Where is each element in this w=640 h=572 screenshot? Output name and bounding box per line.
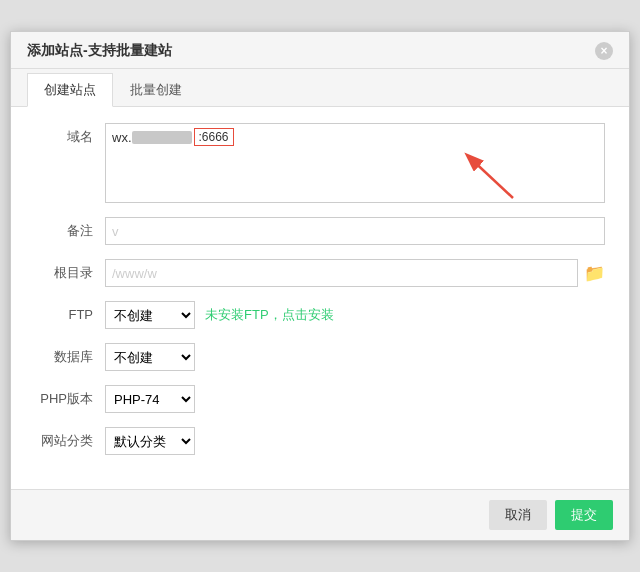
notes-input[interactable] [105,217,605,245]
database-control: 不创建 创建 [105,343,605,371]
notes-row: 备注 [35,217,605,245]
root-dir-input[interactable] [105,259,578,287]
svg-line-1 [468,156,513,198]
php-version-row: PHP版本 PHP-74 PHP-73 PHP-80 [35,385,605,413]
php-version-select[interactable]: PHP-74 PHP-73 PHP-80 [105,385,195,413]
submit-button[interactable]: 提交 [555,500,613,530]
tab-batch-create[interactable]: 批量创建 [113,73,199,107]
ftp-select[interactable]: 不创建 创建 [105,301,195,329]
ftp-label: FTP [35,301,105,329]
tab-create-site[interactable]: 创建站点 [27,73,113,107]
domain-blurred [132,131,192,144]
modal-title: 添加站点-支持批量建站 [27,42,172,60]
modal-body: 域名 wx. :6666 [11,107,629,489]
notes-label: 备注 [35,217,105,245]
close-button[interactable]: × [595,42,613,60]
arrow-container [112,146,598,196]
domain-row: 域名 wx. :6666 [35,123,605,203]
category-control: 默认分类 [105,427,605,455]
ftp-install-link[interactable]: 未安装FTP，点击安装 [205,306,334,324]
root-dir-wrap: 📁 [105,259,605,287]
domain-port: :6666 [194,128,234,146]
php-version-label: PHP版本 [35,385,105,413]
database-select[interactable]: 不创建 创建 [105,343,195,371]
modal-footer: 取消 提交 [11,489,629,540]
tabs-bar: 创建站点 批量创建 [11,73,629,107]
ftp-row: FTP 不创建 创建 未安装FTP，点击安装 [35,301,605,329]
ftp-control: 不创建 创建 未安装FTP，点击安装 [105,301,605,329]
category-label: 网站分类 [35,427,105,455]
cancel-button[interactable]: 取消 [489,500,547,530]
root-dir-label: 根目录 [35,259,105,287]
category-select[interactable]: 默认分类 [105,427,195,455]
ftp-select-wrap: 不创建 创建 未安装FTP，点击安装 [105,301,334,329]
red-arrow-icon [448,148,518,203]
domain-label: 域名 [35,123,105,151]
root-dir-row: 根目录 📁 [35,259,605,287]
modal-header: 添加站点-支持批量建站 × [11,32,629,69]
database-label: 数据库 [35,343,105,371]
database-row: 数据库 不创建 创建 [35,343,605,371]
domain-input-box[interactable]: wx. :6666 [105,123,605,203]
modal-container: 添加站点-支持批量建站 × 创建站点 批量创建 域名 wx. :6666 [10,31,630,541]
php-version-control: PHP-74 PHP-73 PHP-80 [105,385,605,413]
root-dir-control: 📁 [105,259,605,287]
category-row: 网站分类 默认分类 [35,427,605,455]
folder-icon[interactable]: 📁 [584,263,605,284]
domain-control: wx. :6666 [105,123,605,203]
notes-control [105,217,605,245]
domain-prefix: wx. [112,130,132,145]
